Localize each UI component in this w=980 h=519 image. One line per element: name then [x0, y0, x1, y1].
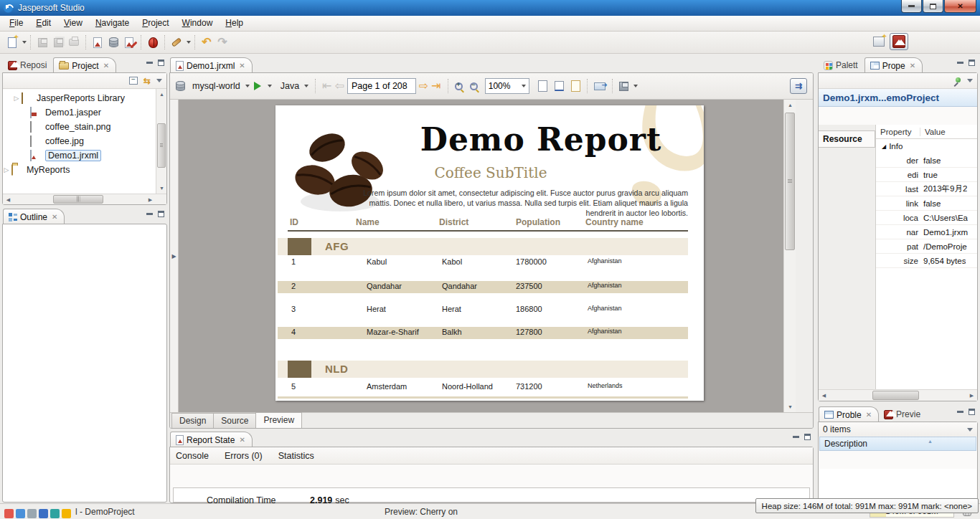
run-caret[interactable]	[268, 85, 272, 87]
property-row[interactable]: last2013年9月2	[876, 182, 977, 196]
tab-properties[interactable]: Prope ✕	[864, 57, 923, 73]
jaspersoft-perspective-button[interactable]	[890, 33, 908, 50]
property-row[interactable]: editrue	[876, 168, 977, 182]
run-dropdown-caret[interactable]	[187, 41, 191, 44]
zoom-in-icon[interactable]: +	[455, 82, 463, 90]
tab-resource[interactable]: Resource	[819, 130, 875, 148]
language-caret[interactable]	[304, 85, 308, 87]
new-dropdown-caret[interactable]	[22, 41, 27, 44]
minimize-view-icon[interactable]	[793, 436, 799, 438]
close-icon[interactable]: ✕	[239, 436, 245, 444]
close-icon[interactable]: ✕	[239, 62, 245, 70]
print-button[interactable]	[66, 34, 82, 50]
tree-item-jasperreports-library[interactable]: ▷ JasperReports Library	[3, 91, 156, 105]
run-external-button[interactable]	[169, 34, 184, 50]
property-row[interactable]: narDemo1.jrxm	[876, 225, 977, 239]
menu-edit[interactable]: Edit	[29, 16, 57, 30]
undo-button[interactable]: ↶	[199, 34, 215, 50]
tree-item-demo1-jrxml[interactable]: Demo1.jrxml	[3, 148, 156, 163]
chevron-right-icon[interactable]: ▷	[3, 166, 10, 173]
debug-button[interactable]	[145, 34, 161, 50]
subtab-errors[interactable]: Errors (0)	[225, 451, 263, 461]
minimize-view-icon[interactable]	[957, 411, 963, 413]
collapse-all-icon[interactable]	[129, 77, 138, 85]
page-number-input[interactable]	[347, 78, 416, 94]
first-page-button[interactable]: ⇤	[322, 80, 331, 92]
new-wizard-button[interactable]	[4, 34, 20, 50]
property-group-info[interactable]: ◢ Info	[876, 139, 977, 153]
previous-page-button[interactable]: ⇦	[335, 80, 344, 92]
project-tree-horizontal-scrollbar[interactable]: ◀ ▶	[3, 194, 166, 204]
tab-repository[interactable]: Reposi	[3, 57, 53, 73]
show-parameters-button[interactable]: ⇉	[790, 78, 807, 94]
tree-item-demo1-jasper[interactable]: Demo1.jasper	[3, 105, 156, 120]
menu-view[interactable]: View	[57, 16, 89, 30]
menu-navigate[interactable]: Navigate	[89, 16, 136, 30]
tab-project-explorer[interactable]: Project ✕	[53, 57, 116, 73]
property-row[interactable]: linkfalse	[876, 196, 977, 211]
view-menu-icon[interactable]	[967, 79, 973, 82]
close-icon[interactable]: ✕	[866, 411, 872, 419]
menu-file[interactable]: File	[3, 16, 29, 30]
redo-button[interactable]: ↷	[215, 34, 230, 50]
close-icon[interactable]: ✕	[103, 62, 109, 70]
tab-demo1-jrxml-editor[interactable]: Demo1.jrxml ✕	[170, 57, 253, 73]
maximize-view-icon[interactable]	[804, 434, 811, 440]
save-report-caret[interactable]	[633, 85, 638, 87]
new-report-button[interactable]	[90, 34, 105, 50]
menu-project[interactable]: Project	[136, 16, 175, 30]
export-report-icon[interactable]	[594, 82, 606, 90]
tab-problems[interactable]: Proble ✕	[819, 406, 879, 422]
preview-vertical-scrollbar[interactable]: ▲ ▼	[783, 100, 796, 412]
maximize-button[interactable]	[923, 0, 943, 13]
pin-icon[interactable]	[953, 77, 961, 85]
language-select[interactable]: Java	[281, 81, 299, 91]
maximize-view-icon[interactable]	[969, 59, 975, 66]
subtab-console[interactable]: Console	[176, 451, 209, 461]
tab-report-state[interactable]: Report State ✕	[170, 432, 253, 447]
tab-design[interactable]: Design	[171, 413, 214, 428]
project-tree-vertical-scrollbar[interactable]: ▲ ▼	[156, 89, 166, 194]
next-page-button[interactable]: ⇨	[419, 80, 428, 92]
properties-horizontal-scrollbar[interactable]: ◀ ▶	[819, 389, 977, 401]
chevron-right-icon[interactable]: ▷	[13, 95, 20, 102]
close-icon[interactable]: ✕	[52, 213, 57, 221]
view-menu-icon[interactable]	[967, 428, 973, 432]
menu-window[interactable]: Window	[176, 16, 220, 30]
menu-help[interactable]: Help	[219, 16, 250, 30]
tab-preview[interactable]: Preview	[255, 412, 302, 428]
link-with-editor-icon[interactable]: ⇆	[143, 77, 151, 85]
open-perspective-button[interactable]	[871, 34, 887, 49]
zoom-level-select[interactable]: 100%	[485, 78, 529, 94]
tab-preview-pane[interactable]: Previe	[879, 406, 927, 422]
fit-width-icon[interactable]	[555, 81, 564, 91]
zoom-out-icon[interactable]: −	[470, 82, 478, 90]
minimize-view-icon[interactable]	[146, 213, 153, 215]
property-row[interactable]: locaC:\Users\Ea	[876, 211, 977, 225]
save-all-button[interactable]	[50, 34, 66, 50]
property-row[interactable]: pat/DemoProje	[876, 239, 977, 254]
property-row[interactable]: size9,654 bytes	[876, 254, 977, 268]
run-report-button[interactable]	[254, 82, 261, 90]
view-menu-icon[interactable]	[156, 79, 162, 82]
close-icon[interactable]: ✕	[910, 62, 915, 70]
tab-palette[interactable]: Palett	[819, 57, 864, 73]
tree-item-coffee-stain-png[interactable]: coffee_stain.png	[3, 120, 156, 134]
minimize-view-icon[interactable]	[146, 62, 153, 64]
tree-item-coffee-jpg[interactable]: coffee.jpg	[3, 134, 156, 148]
tab-source[interactable]: Source	[213, 413, 256, 428]
close-button[interactable]: ✕	[944, 0, 976, 13]
maximize-view-icon[interactable]	[158, 211, 164, 217]
property-row[interactable]: derfalse	[876, 153, 977, 168]
save-report-icon[interactable]	[619, 82, 628, 91]
data-adapter-select[interactable]: mysql-world	[192, 81, 240, 91]
subtab-statistics[interactable]: Statistics	[278, 451, 314, 461]
minimize-view-icon[interactable]	[957, 62, 963, 64]
maximize-view-icon[interactable]	[158, 59, 164, 66]
last-page-button[interactable]: ⇥	[431, 80, 440, 92]
data-adapter-button[interactable]	[105, 34, 121, 50]
collapsed-sash[interactable]: ▶	[170, 100, 179, 412]
maximize-view-icon[interactable]	[969, 409, 975, 415]
tree-item-myreports[interactable]: ▷ MyReports	[3, 163, 156, 177]
data-adapter-caret[interactable]	[245, 85, 250, 87]
